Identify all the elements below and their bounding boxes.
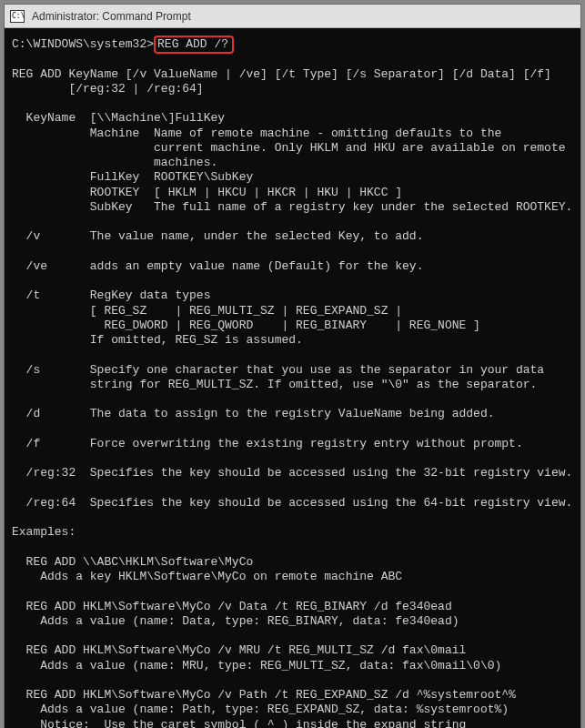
terminal-output[interactable]: C:\WINDOWS\system32>REG ADD /? REG ADD K… (5, 28, 580, 728)
command-highlight: REG ADD /? (154, 35, 234, 54)
prompt-path: C:\WINDOWS\system32> (12, 37, 154, 51)
output-body: REG ADD KeyName [/v ValueName | /ve] [/t… (12, 67, 572, 729)
cmd-icon: C:\ (10, 10, 25, 23)
titlebar[interactable]: C:\ Administrator: Command Prompt (5, 5, 580, 28)
window-title: Administrator: Command Prompt (32, 10, 191, 23)
command-prompt-window: C:\ Administrator: Command Prompt C:\WIN… (4, 4, 581, 728)
